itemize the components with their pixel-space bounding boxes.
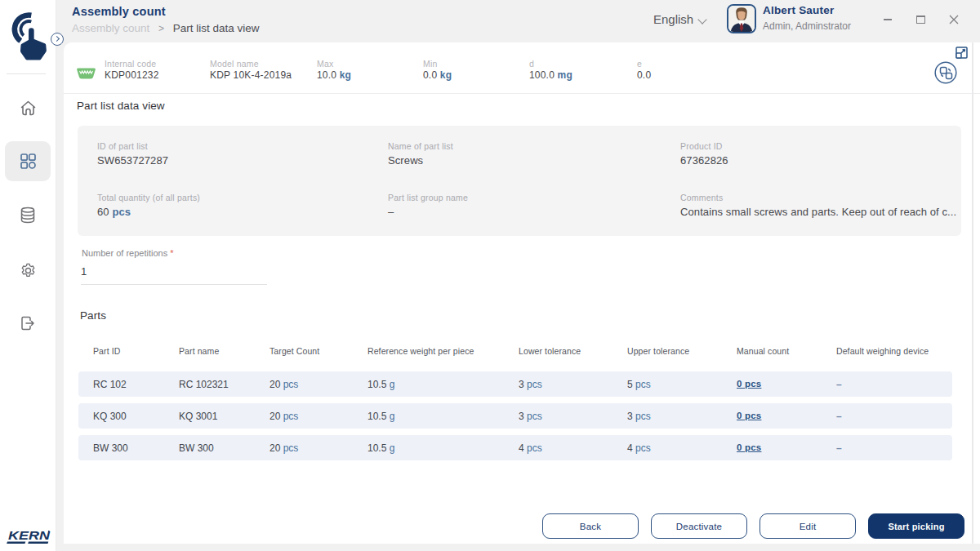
svg-text:KERN: KERN — [8, 530, 51, 542]
